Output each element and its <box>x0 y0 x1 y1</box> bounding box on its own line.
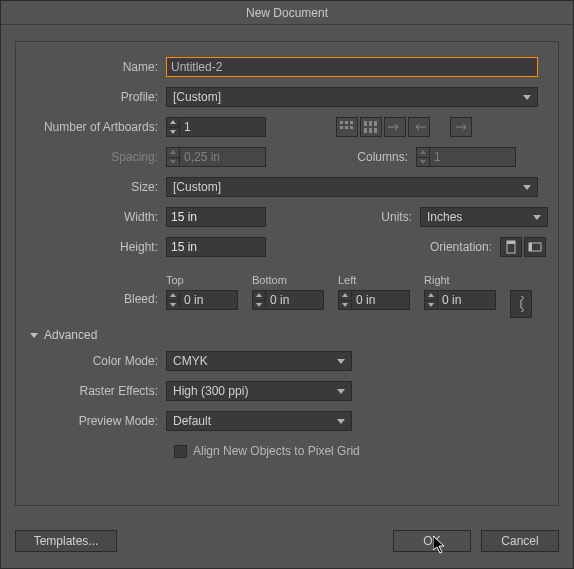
ok-button[interactable]: OK <box>393 530 471 552</box>
svg-rect-6 <box>364 121 367 126</box>
svg-rect-15 <box>529 243 532 251</box>
svg-rect-8 <box>374 121 377 126</box>
height-input[interactable] <box>166 237 266 257</box>
bleed-right-label: Right <box>424 274 496 286</box>
preview-label: Preview Mode: <box>26 414 166 428</box>
colormode-dropdown[interactable]: CMYK <box>166 351 352 371</box>
colormode-label: Color Mode: <box>26 354 166 368</box>
advanced-disclosure[interactable]: Advanced <box>30 328 548 342</box>
arrange-single-icon[interactable] <box>450 117 472 137</box>
profile-dropdown[interactable]: [Custom] <box>166 87 538 107</box>
svg-rect-4 <box>345 126 348 129</box>
arrange-grid-col-icon[interactable] <box>360 117 382 137</box>
orientation-label: Orientation: <box>420 240 500 254</box>
profile-label: Profile: <box>26 90 166 104</box>
dialog-footer: Templates... OK Cancel <box>15 530 559 552</box>
svg-rect-1 <box>345 121 348 124</box>
spacing-label: Spacing: <box>26 150 166 164</box>
dialog-body: Name: Untitled-2 Profile: [Custom] Numbe… <box>15 41 559 506</box>
raster-dropdown[interactable]: High (300 ppi) <box>166 381 352 401</box>
spacing-stepper: 0,25 in <box>166 147 266 167</box>
arrange-row-ltr-icon[interactable] <box>384 117 406 137</box>
dialog-title: New Document <box>1 1 573 25</box>
name-input[interactable]: Untitled-2 <box>166 57 538 77</box>
svg-rect-9 <box>364 128 367 133</box>
width-label: Width: <box>26 210 166 224</box>
orientation-landscape-icon[interactable] <box>524 237 546 257</box>
columns-label: Columns: <box>354 150 416 164</box>
bleed-label: Bleed: <box>26 274 166 306</box>
bleed-top-stepper[interactable]: 0 in <box>166 290 238 310</box>
height-label: Height: <box>26 240 166 254</box>
preview-dropdown[interactable]: Default <box>166 411 352 431</box>
svg-rect-3 <box>340 126 343 129</box>
size-label: Size: <box>26 180 166 194</box>
chevron-down-icon <box>523 185 531 190</box>
size-dropdown[interactable]: [Custom] <box>166 177 538 197</box>
name-label: Name: <box>26 60 166 74</box>
columns-stepper: 1 <box>416 147 516 167</box>
chevron-down-icon <box>337 389 345 394</box>
new-document-dialog: New Document Name: Untitled-2 Profile: [… <box>0 0 574 569</box>
raster-label: Raster Effects: <box>26 384 166 398</box>
svg-rect-11 <box>374 128 377 133</box>
artboards-label: Number of Artboards: <box>26 120 166 134</box>
bleed-left-stepper[interactable]: 0 in <box>338 290 410 310</box>
svg-rect-10 <box>369 128 372 133</box>
svg-rect-13 <box>507 241 515 244</box>
svg-rect-7 <box>369 121 372 126</box>
chevron-down-icon <box>30 333 38 338</box>
bleed-top-label: Top <box>166 274 238 286</box>
align-pixel-grid-checkbox[interactable]: Align New Objects to Pixel Grid <box>174 444 360 458</box>
artboards-stepper[interactable]: 1 <box>166 117 266 137</box>
width-input[interactable] <box>166 207 266 227</box>
units-dropdown[interactable]: Inches <box>420 207 548 227</box>
bleed-left-label: Left <box>338 274 410 286</box>
arrange-grid-row-icon[interactable] <box>336 117 358 137</box>
units-label: Units: <box>368 210 420 224</box>
bleed-bottom-label: Bottom <box>252 274 324 286</box>
bleed-bottom-stepper[interactable]: 0 in <box>252 290 324 310</box>
chevron-down-icon <box>337 419 345 424</box>
chevron-down-icon <box>523 95 531 100</box>
bleed-link-icon[interactable] <box>510 290 532 318</box>
chevron-down-icon <box>337 359 345 364</box>
svg-rect-5 <box>350 126 353 129</box>
cancel-button[interactable]: Cancel <box>481 530 559 552</box>
orientation-portrait-icon[interactable] <box>500 237 522 257</box>
templates-button[interactable]: Templates... <box>15 530 117 552</box>
chevron-down-icon <box>533 215 541 220</box>
svg-rect-0 <box>340 121 343 124</box>
arrange-row-rtl-icon[interactable] <box>408 117 430 137</box>
bleed-right-stepper[interactable]: 0 in <box>424 290 496 310</box>
svg-rect-2 <box>350 121 353 124</box>
